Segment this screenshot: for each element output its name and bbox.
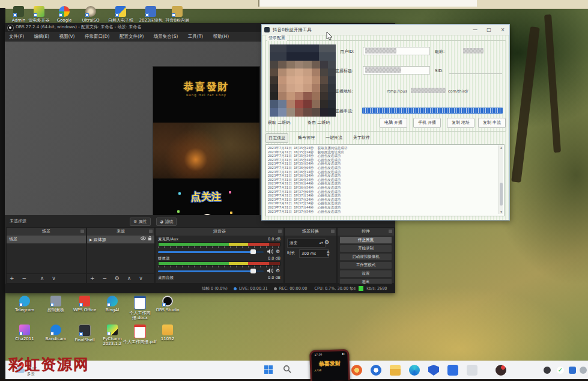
channel-gear-icon[interactable]: ⚙ bbox=[276, 249, 280, 255]
tab-accounts[interactable]: 账号管理 bbox=[296, 133, 317, 142]
log-line: 2023年7月31日 1时37分44秒 心跳包发送成功 bbox=[268, 206, 502, 210]
desktop-icon-label: 11052 bbox=[150, 337, 185, 341]
menu-help[interactable]: 帮助(H) bbox=[209, 32, 234, 41]
scene-item[interactable]: 场景 bbox=[7, 236, 86, 243]
virtual-camera-button[interactable]: 启动虚拟摄像机 bbox=[339, 253, 392, 261]
tab-log[interactable]: 日志信息 bbox=[265, 133, 288, 143]
transition-select[interactable]: 淡变 ▴▾ bbox=[287, 239, 326, 248]
desktop-icon-label: Telegram bbox=[7, 308, 42, 312]
filters-button[interactable]: ◕ 滤镜 bbox=[156, 218, 177, 226]
physical-phone: 17:36 ▮▯ 恭喜发财 人气榜 bbox=[309, 349, 350, 381]
add-source-button[interactable]: + bbox=[87, 274, 98, 283]
menu-tools[interactable]: 工具(T) bbox=[184, 32, 207, 41]
settings-button[interactable]: 设置 bbox=[339, 270, 392, 278]
controls-header[interactable]: 控件 bbox=[338, 228, 394, 236]
confetti-dot bbox=[230, 212, 232, 214]
source-item[interactable]: ▶ 媒体源 bbox=[87, 236, 154, 243]
transitions-header[interactable]: 场景转换 bbox=[285, 228, 336, 236]
app-icon-dark-red[interactable] bbox=[496, 365, 506, 376]
scroll-up-icon[interactable]: ▲ bbox=[499, 146, 503, 149]
tray-check-icon[interactable]: ✓ bbox=[557, 367, 564, 374]
source-lock-icon[interactable] bbox=[148, 236, 152, 244]
get-qrcode-button[interactable]: 获取 二维码 bbox=[268, 120, 290, 126]
properties-button[interactable]: ⚙ 属性 bbox=[130, 218, 151, 226]
menu-view[interactable]: 视图(V) bbox=[55, 32, 79, 41]
mixer-header[interactable]: 混音器 bbox=[156, 228, 283, 236]
stop-streaming-button[interactable]: 停止推流 bbox=[339, 236, 392, 244]
file-explorer-icon[interactable] bbox=[390, 365, 401, 376]
browser-app-icon[interactable] bbox=[351, 365, 362, 376]
scene-down-button[interactable]: ∨ bbox=[49, 274, 59, 283]
close-button[interactable]: × bbox=[496, 25, 509, 35]
volume-fill bbox=[158, 251, 253, 253]
source-down-button[interactable]: ∨ bbox=[136, 274, 146, 283]
phone-start-button[interactable]: 手机 开播 bbox=[413, 118, 441, 128]
desktop-icon-obs[interactable]: OBS Studio bbox=[150, 296, 185, 312]
speaker-icon[interactable] bbox=[267, 249, 273, 256]
start-button[interactable] bbox=[264, 365, 274, 376]
desktop-icon-11052[interactable]: 11052 bbox=[150, 325, 185, 341]
sources-header[interactable]: 来源 bbox=[87, 228, 154, 236]
transition-gear-icon[interactable]: ⚙ bbox=[324, 239, 329, 245]
remove-source-button[interactable]: − bbox=[99, 274, 110, 283]
menu-scene-collection[interactable]: 场景集合(S) bbox=[150, 32, 183, 41]
volume-slider-handle[interactable] bbox=[250, 269, 256, 273]
start-recording-button[interactable]: 开始录制 bbox=[339, 245, 392, 252]
audio-meter bbox=[158, 261, 280, 266]
redacted-live-title bbox=[365, 67, 401, 73]
source-properties-button[interactable]: ⚙ bbox=[112, 274, 123, 283]
channel-gear-icon[interactable]: ⚙ bbox=[276, 268, 280, 274]
audio-meter bbox=[158, 242, 280, 246]
copy-stream-button[interactable]: 复制 串流 bbox=[478, 118, 506, 128]
duration-spinner-icon[interactable]: ▲▼ bbox=[327, 249, 330, 257]
copy-address-button[interactable]: 复制 地址 bbox=[447, 118, 474, 128]
add-scene-button[interactable]: + bbox=[7, 274, 17, 283]
search-icon[interactable] bbox=[283, 365, 294, 376]
dialog-titlebar[interactable]: 抖音0粉丝开播工具 — □ × bbox=[262, 25, 509, 35]
remove-scene-button[interactable]: − bbox=[19, 274, 29, 283]
app-icon-blue-circle[interactable] bbox=[371, 365, 381, 376]
mixer-db-value: 0.0 dB bbox=[268, 256, 280, 261]
desktop-icon-telegram[interactable]: Telegram bbox=[7, 296, 42, 312]
maximize-button[interactable]: □ bbox=[482, 25, 496, 35]
log-box[interactable]: 2023年7月31日 1时35分24秒 获取直播间信息成功2023年7月31日 … bbox=[265, 144, 505, 216]
stream-key-selected-text[interactable] bbox=[362, 108, 503, 114]
mixer-header-label: 混音器 bbox=[213, 229, 226, 234]
tray-bell-icon[interactable] bbox=[580, 367, 587, 374]
pc-start-button[interactable]: 电脑 开播 bbox=[380, 118, 407, 128]
desktop-icon-douyin-tool[interactable]: 抖音0粉内测 bbox=[160, 6, 195, 23]
tray-chat-icon[interactable] bbox=[569, 367, 576, 374]
shield-app-icon[interactable] bbox=[428, 365, 439, 376]
scenes-header[interactable]: 场景 bbox=[7, 228, 86, 236]
scene-up-button[interactable]: ∧ bbox=[37, 274, 47, 283]
mixer-db-value: 0.0 dB bbox=[268, 237, 280, 242]
scrollbar-thumb[interactable] bbox=[500, 183, 503, 206]
scroll-down-icon[interactable]: ▼ bbox=[499, 210, 503, 213]
mixer-db-value: 0.0 dB bbox=[268, 275, 280, 281]
properties-label: 属性 bbox=[139, 219, 147, 224]
transition-selected-label: 淡变 bbox=[289, 240, 297, 245]
sources-header-label: 来源 bbox=[117, 229, 125, 234]
app-icon-light[interactable] bbox=[467, 365, 477, 376]
volume-slider-handle[interactable] bbox=[250, 249, 256, 254]
duration-input[interactable]: 300 ms bbox=[299, 249, 329, 258]
source-visibility-icon[interactable] bbox=[141, 236, 146, 244]
desktop-icon-cha2011[interactable]: Cha2011 bbox=[7, 325, 42, 341]
speaker-icon[interactable] bbox=[267, 268, 273, 275]
menu-edit[interactable]: 编辑(E) bbox=[30, 32, 54, 41]
menu-profile[interactable]: 配置文件(P) bbox=[115, 32, 148, 41]
douyin-tool-dialog: 抖音0粉丝开播工具 — □ × 登录配置 获取 二维码 备用 二维码 用户 bbox=[261, 24, 510, 221]
edge-icon[interactable] bbox=[409, 365, 420, 376]
tab-about[interactable]: 关于软件 bbox=[351, 133, 372, 142]
source-up-button[interactable]: ∧ bbox=[124, 274, 135, 283]
backup-qrcode-button[interactable]: 备用 二维码 bbox=[308, 120, 330, 126]
tab-one-key-push[interactable]: 一键推流 bbox=[323, 133, 345, 142]
studio-mode-button[interactable]: 工作室模式 bbox=[339, 261, 392, 269]
menu-docks[interactable]: 停靠窗口(D) bbox=[80, 32, 114, 41]
menu-file[interactable]: 文件(F) bbox=[5, 32, 28, 41]
wechat-work-icon[interactable] bbox=[447, 365, 458, 376]
tray-app-icon[interactable] bbox=[544, 367, 551, 374]
minimize-button[interactable]: — bbox=[468, 25, 482, 35]
sid-input[interactable] bbox=[449, 66, 502, 74]
log-scrollbar[interactable]: ▲ ▼ bbox=[499, 145, 503, 214]
